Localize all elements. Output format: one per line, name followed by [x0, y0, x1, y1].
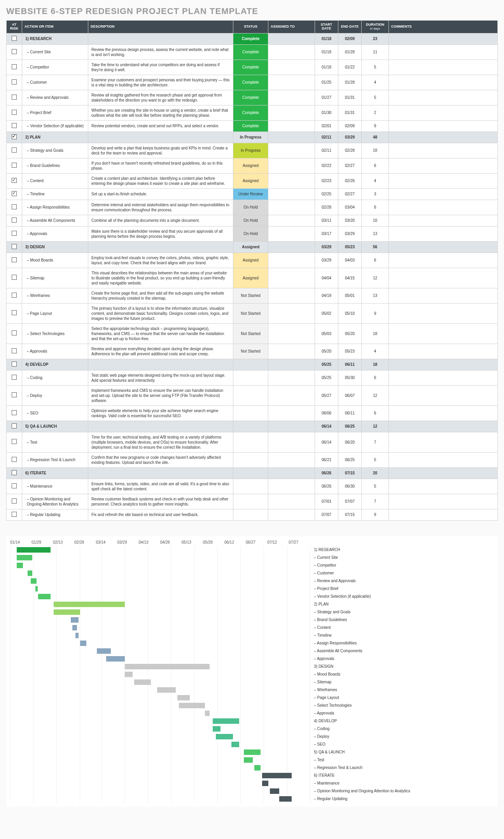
comments-cell [389, 132, 498, 143]
risk-checkbox[interactable] [12, 123, 17, 128]
comments-cell [389, 173, 498, 188]
risk-cell[interactable] [7, 385, 22, 405]
start-cell: 05/03 [315, 323, 338, 344]
comments-cell [389, 452, 498, 467]
gantt-row [10, 772, 310, 779]
risk-cell[interactable] [7, 60, 22, 75]
risk-checkbox[interactable] [12, 362, 17, 367]
risk-cell[interactable] [7, 370, 22, 385]
risk-checkbox[interactable] [12, 310, 17, 315]
risk-cell[interactable] [7, 226, 22, 241]
risk-checkbox[interactable] [12, 498, 17, 504]
risk-cell[interactable] [7, 105, 22, 120]
risk-cell[interactable] [7, 188, 22, 200]
risk-cell[interactable] [7, 268, 22, 288]
description-cell [88, 33, 233, 44]
risk-checkbox[interactable] [12, 410, 17, 415]
risk-checkbox[interactable] [12, 95, 17, 100]
risk-cell[interactable] [7, 33, 22, 44]
gantt-label: – Maintenance [314, 779, 494, 787]
risk-checkbox[interactable] [12, 134, 17, 139]
risk-cell[interactable] [7, 323, 22, 344]
risk-cell[interactable] [7, 405, 22, 421]
gantt-row [10, 616, 310, 624]
risk-checkbox[interactable] [12, 423, 17, 428]
risk-checkbox[interactable] [12, 348, 17, 353]
gantt-label: – Current Site [314, 554, 494, 562]
risk-cell[interactable] [7, 479, 22, 494]
gantt-label: – Customer [314, 569, 494, 577]
risk-cell[interactable] [7, 359, 22, 370]
risk-cell[interactable] [7, 494, 22, 509]
end-cell: 05/30 [338, 370, 362, 385]
risk-cell[interactable] [7, 241, 22, 253]
risk-checkbox[interactable] [12, 49, 17, 54]
risk-checkbox[interactable] [12, 483, 17, 488]
risk-checkbox[interactable] [12, 439, 17, 444]
risk-cell[interactable] [7, 132, 22, 143]
assigned-cell [268, 344, 315, 359]
risk-checkbox[interactable] [12, 244, 17, 249]
risk-cell[interactable] [7, 509, 22, 520]
risk-checkbox[interactable] [12, 218, 17, 223]
risk-checkbox[interactable] [12, 204, 17, 209]
risk-cell[interactable] [7, 75, 22, 90]
risk-cell[interactable] [7, 143, 22, 158]
dur-cell: 2 [362, 105, 389, 120]
risk-cell[interactable] [7, 253, 22, 268]
gantt-row [10, 585, 310, 593]
risk-cell[interactable] [7, 90, 22, 105]
risk-checkbox[interactable] [12, 231, 17, 236]
risk-checkbox[interactable] [12, 64, 17, 69]
description-cell: Create a content plan and architecture. … [88, 173, 233, 188]
assigned-cell [268, 509, 315, 520]
risk-cell[interactable] [7, 158, 22, 173]
risk-checkbox[interactable] [12, 375, 17, 380]
risk-checkbox[interactable] [12, 36, 17, 41]
risk-cell[interactable] [7, 452, 22, 467]
risk-checkbox[interactable] [12, 257, 17, 262]
risk-checkbox[interactable] [12, 178, 17, 183]
risk-cell[interactable] [7, 288, 22, 303]
gantt-row [10, 725, 310, 733]
description-cell: Set up a start-to-finish schedule. [88, 188, 233, 200]
risk-cell[interactable] [7, 200, 22, 215]
dur-cell: 6 [362, 158, 389, 173]
risk-checkbox[interactable] [12, 275, 17, 280]
start-cell: 05/25 [315, 359, 338, 370]
risk-checkbox[interactable] [12, 512, 17, 517]
table-row: – CompetitorTake the time to understand … [7, 60, 498, 75]
gantt-row [10, 756, 310, 764]
risk-checkbox[interactable] [12, 293, 17, 298]
risk-checkbox[interactable] [12, 392, 17, 397]
risk-cell[interactable] [7, 344, 22, 359]
description-cell [88, 241, 233, 253]
gantt-bar [106, 656, 125, 662]
risk-cell[interactable] [7, 432, 22, 452]
risk-checkbox[interactable] [12, 470, 17, 475]
col-action: ACTION OR ITEM [22, 21, 88, 33]
risk-checkbox[interactable] [12, 147, 17, 153]
risk-checkbox[interactable] [12, 191, 17, 196]
risk-checkbox[interactable] [12, 330, 17, 335]
risk-cell[interactable] [7, 44, 22, 60]
action-cell: – Content [22, 173, 88, 188]
risk-cell[interactable] [7, 173, 22, 188]
risk-cell[interactable] [7, 303, 22, 323]
risk-checkbox[interactable] [12, 457, 17, 462]
risk-checkbox[interactable] [12, 163, 17, 168]
risk-checkbox[interactable] [12, 79, 17, 84]
end-cell: 03/29 [338, 226, 362, 241]
dur-cell: 7 [362, 432, 389, 452]
gantt-bar [213, 718, 239, 724]
gantt-label: 6) ITERATE [314, 772, 494, 779]
risk-cell[interactable] [7, 120, 22, 132]
risk-cell[interactable] [7, 215, 22, 226]
assigned-cell [268, 370, 315, 385]
table-row: – MaintenanceEnsure links, forms, script… [7, 479, 498, 494]
gantt-label: – Wireframes [314, 686, 494, 694]
risk-checkbox[interactable] [12, 110, 17, 115]
risk-cell[interactable] [7, 467, 22, 479]
risk-cell[interactable] [7, 421, 22, 432]
gantt-label: – Review and Approvals [314, 577, 494, 585]
